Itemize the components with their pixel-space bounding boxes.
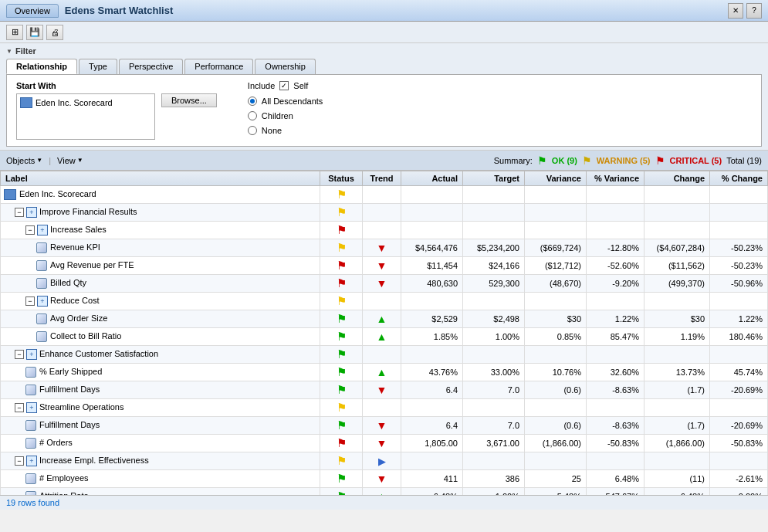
- include-none[interactable]: None: [248, 126, 323, 135]
- table-row[interactable]: −+Reduce Cost⚑: [1, 293, 768, 310]
- tab-type[interactable]: Type: [79, 59, 117, 74]
- table-row[interactable]: # Orders⚑▼1,805.003,671.00(1,866.00)-50.…: [1, 435, 768, 452]
- title-bar-left: Overview Edens Smart Watchlist: [6, 4, 173, 18]
- table-row[interactable]: % Early Shipped⚑▲43.76%33.00%10.76%32.60…: [1, 364, 768, 381]
- row-label: # Orders: [39, 438, 73, 447]
- cell-pct-variance: 1.22%: [587, 310, 645, 328]
- expand-btn[interactable]: −: [25, 225, 35, 235]
- expand-btn[interactable]: −: [15, 403, 24, 412]
- children-label: Children: [262, 111, 293, 120]
- filter-title: ▼ Filter: [6, 46, 762, 56]
- table-row[interactable]: Fulfillment Days⚑▼6.47.0(0.6)-8.63%(1.7)…: [1, 417, 768, 435]
- table-row[interactable]: Avg Revenue per FTE⚑▼$11,454$24,166($12,…: [1, 257, 768, 275]
- tab-relationship[interactable]: Relationship: [6, 59, 77, 74]
- none-radio[interactable]: [248, 126, 257, 135]
- expand-btn[interactable]: −: [15, 456, 24, 466]
- objects-left: Objects ▼ | View ▼: [6, 156, 83, 165]
- cell-pct-variance: [587, 346, 645, 364]
- cell-variance: (0.6): [525, 381, 587, 399]
- table-row[interactable]: Collect to Bill Ratio⚑▲1.85%1.00%0.85%85…: [1, 328, 768, 346]
- table-row[interactable]: Revenue KPI⚑▼$4,564,476$5,234,200($669,7…: [1, 239, 768, 257]
- col-label: Label: [1, 171, 320, 186]
- table-row[interactable]: −+Streamline Operations⚑: [1, 399, 768, 417]
- row-label: Eden Inc. Scorecard: [19, 189, 96, 198]
- new-button[interactable]: ⊞: [6, 25, 23, 40]
- cell-change: 6.48%: [645, 488, 710, 496]
- help-icon[interactable]: ?: [746, 3, 762, 19]
- status-flag-icon: ⚑: [337, 223, 347, 236]
- table-row[interactable]: Attrition Rate⚑▲6.48%1.00%5.48%547.67%6.…: [1, 488, 768, 496]
- cell-change: (499,370): [645, 275, 710, 293]
- table-row[interactable]: Billed Qty⚑▼480,630529,300(48,670)-9.20%…: [1, 275, 768, 293]
- browse-button[interactable]: Browse...: [161, 93, 217, 107]
- view-dropdown[interactable]: View ▼: [57, 156, 83, 165]
- cell-variance: [525, 346, 587, 364]
- status-flag-icon: ⚑: [337, 365, 347, 378]
- cell-target: $2,498: [463, 310, 525, 328]
- cell-pct-change: [710, 293, 768, 310]
- cell-variance: ($669,724): [525, 239, 587, 257]
- status-bar: 19 rows found: [0, 495, 768, 510]
- cell-pct-change: -20.69%: [710, 417, 768, 435]
- cell-pct-variance: [587, 452, 645, 470]
- include-all-descendants[interactable]: All Descendants: [248, 97, 323, 106]
- cell-pct-variance: 32.60%: [587, 364, 645, 381]
- all-descendants-radio[interactable]: [248, 97, 257, 106]
- close-icon[interactable]: ✕: [728, 3, 743, 19]
- row-label: Billed Qty: [50, 278, 86, 287]
- expand-btn[interactable]: −: [25, 296, 35, 306]
- expand-btn[interactable]: −: [15, 350, 24, 359]
- trend-down-icon: ▼: [377, 242, 387, 254]
- self-checkbox[interactable]: ✓: [279, 81, 289, 90]
- cell-target: $5,234,200: [463, 239, 525, 257]
- cell-actual: 6.4: [401, 417, 463, 435]
- cell-target: 3,671.00: [463, 435, 525, 452]
- cell-pct-variance: -52.60%: [587, 257, 645, 275]
- cell-actual: $11,454: [401, 257, 463, 275]
- scorecard-item: Eden Inc. Scorecard: [20, 97, 113, 108]
- cell-variance: 0.85%: [525, 328, 587, 346]
- cell-pct-change: -50.96%: [710, 275, 768, 293]
- tab-performance[interactable]: Performance: [184, 59, 253, 74]
- main-table-wrapper[interactable]: Label Status Trend Actual Target Varianc…: [0, 171, 768, 495]
- tab-overview[interactable]: Overview: [6, 4, 59, 18]
- ok-count: OK (9): [552, 156, 577, 165]
- include-children[interactable]: Children: [248, 111, 323, 120]
- table-row[interactable]: Fulfillment Days⚑▼6.47.0(0.6)-8.63%(1.7)…: [1, 381, 768, 399]
- status-flag-icon: ⚑: [337, 490, 347, 495]
- cell-pct-change: [710, 204, 768, 222]
- table-row[interactable]: −+Increase Empl. Effectiveness⚑▶: [1, 452, 768, 470]
- row-label: Collect to Bill Ratio: [50, 331, 121, 341]
- table-row[interactable]: −+Increase Sales⚑: [1, 222, 768, 239]
- save-button[interactable]: 💾: [26, 25, 43, 40]
- status-flag-icon: ⚑: [337, 205, 347, 219]
- cell-change: [645, 204, 710, 222]
- table-row[interactable]: −+Enhance Customer Satisfaction⚑: [1, 346, 768, 364]
- expand-btn[interactable]: −: [15, 208, 24, 217]
- cell-target: [463, 186, 525, 204]
- tab-ownership[interactable]: Ownership: [255, 59, 316, 74]
- row-label: % Early Shipped: [39, 367, 102, 376]
- scorecard-label: Eden Inc. Scorecard: [36, 98, 113, 107]
- children-radio[interactable]: [248, 111, 257, 120]
- cell-actual: 6.48%: [401, 488, 463, 496]
- cell-pct-change: 1.22%: [710, 310, 768, 328]
- print-button[interactable]: 🖨: [46, 25, 63, 40]
- cell-target: [463, 452, 525, 470]
- table-row[interactable]: Eden Inc. Scorecard⚑: [1, 186, 768, 204]
- tab-perspective[interactable]: Perspective: [119, 59, 183, 74]
- cell-pct-variance: -12.80%: [587, 239, 645, 257]
- table-header-row: Label Status Trend Actual Target Varianc…: [1, 171, 768, 186]
- cell-pct-change: 45.74%: [710, 364, 768, 381]
- scorecard-row-icon: [4, 189, 16, 200]
- objects-dropdown[interactable]: Objects ▼: [6, 156, 42, 165]
- critical-count: CRITICAL (5): [670, 156, 722, 165]
- filter-content: Start With Eden Inc. Scorecard Browse...…: [6, 74, 762, 147]
- cell-pct-variance: 85.47%: [587, 328, 645, 346]
- table-row[interactable]: # Employees⚑▼411386256.48%(11)-2.61%: [1, 470, 768, 488]
- include-self-item: ✓ Self: [279, 81, 308, 90]
- table-row[interactable]: Avg Order Size⚑▲$2,529$2,498$301.22%$301…: [1, 310, 768, 328]
- kpi-icon: [25, 385, 36, 395]
- total-count: Total (19): [726, 156, 762, 165]
- table-row[interactable]: −+Improve Financial Results⚑: [1, 204, 768, 222]
